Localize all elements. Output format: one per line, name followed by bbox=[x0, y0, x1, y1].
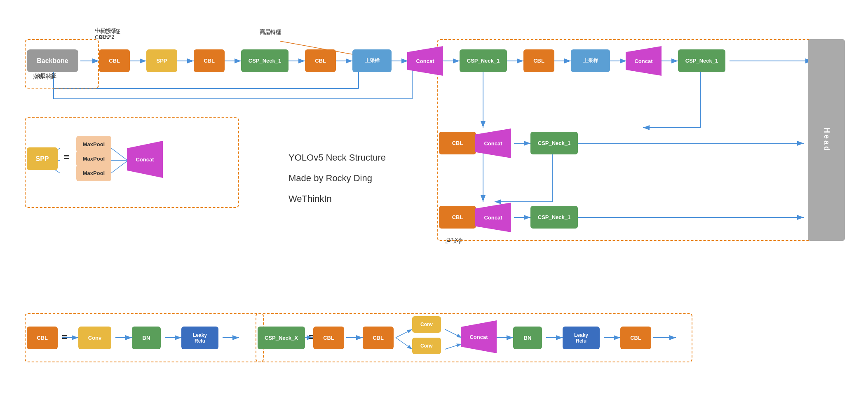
label-high-text: 高层特征 bbox=[260, 28, 281, 35]
block-spp-legend: SPP bbox=[27, 147, 58, 170]
label-mid-feature-text: 中层特征 bbox=[95, 27, 116, 34]
block-cbl-1: CBL bbox=[99, 49, 130, 72]
cbl-equals: = bbox=[62, 331, 68, 343]
block-conv-csp-bottom: Conv bbox=[412, 338, 441, 354]
block-cbl-csp-2: CBL bbox=[363, 327, 394, 349]
block-cbl-csp-1: CBL bbox=[313, 327, 344, 349]
block-cbl-r2-1: CBL bbox=[439, 132, 476, 154]
block-upsample-2: 上采样 bbox=[571, 49, 610, 72]
block-cbl-3: CBL bbox=[305, 49, 336, 72]
main-title: YOLOv5 Neck Structure bbox=[289, 152, 386, 163]
block-cbl-2: CBL bbox=[194, 49, 225, 72]
block-csp-neck-2: CSP_Neck_1 bbox=[460, 49, 507, 72]
block-csp-neck-1: CSP_Neck_1 bbox=[241, 49, 289, 72]
block-maxpool-3: MaxPool bbox=[76, 165, 111, 181]
subtitle-made-by: Made by Rocky Ding bbox=[289, 173, 372, 184]
block-bn-legend: BN bbox=[132, 327, 161, 349]
block-leaky-csp: LeakyRelu bbox=[563, 327, 600, 349]
spp-equals: = bbox=[64, 152, 70, 163]
block-cbl-r3-1: CBL bbox=[439, 206, 476, 229]
block-upsample-1: 上采样 bbox=[352, 49, 392, 72]
block-maxpool-2: MaxPool bbox=[76, 150, 111, 167]
block-spp-1: SPP bbox=[146, 49, 177, 72]
block-bn-csp: BN bbox=[513, 327, 542, 349]
block-csp-neck-3: CSP_Neck_1 bbox=[678, 49, 725, 72]
subtitle-wethinkin: WeThinkIn bbox=[289, 194, 332, 204]
block-cbl-legend: CBL bbox=[27, 327, 58, 349]
block-concat-1: Concat bbox=[407, 46, 443, 76]
block-head: Head bbox=[808, 39, 845, 241]
diagram-container: 中层特征 CBL*2 浅层特征 高层特征 2 * X个 中层特征 CBL*2 浅… bbox=[0, 0, 868, 406]
block-cbl-4: CBL bbox=[523, 49, 554, 72]
block-cbl-csp-final: CBL bbox=[620, 327, 651, 349]
block-conv-legend: Conv bbox=[78, 327, 111, 349]
block-backbone: Backbone bbox=[27, 49, 78, 72]
block-leaky-legend: LeakyRelu bbox=[181, 327, 218, 349]
block-csp-neck-r2: CSP_Neck_1 bbox=[530, 132, 578, 154]
block-csp-neck-r3: CSP_Neck_1 bbox=[530, 206, 578, 229]
block-maxpool-1: MaxPool bbox=[76, 136, 111, 152]
block-csp-neck-x-legend: CSP_Neck_X bbox=[258, 327, 305, 349]
block-conv-csp-top: Conv bbox=[412, 316, 441, 333]
